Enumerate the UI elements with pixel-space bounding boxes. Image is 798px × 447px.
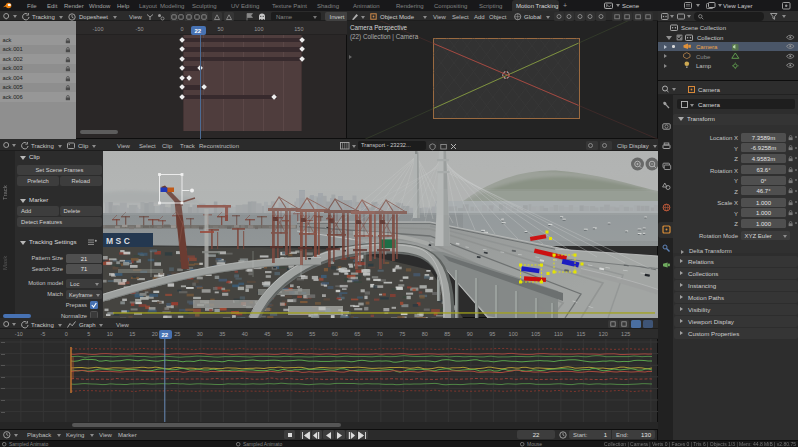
svg-text:MSC: MSC [106,236,132,246]
